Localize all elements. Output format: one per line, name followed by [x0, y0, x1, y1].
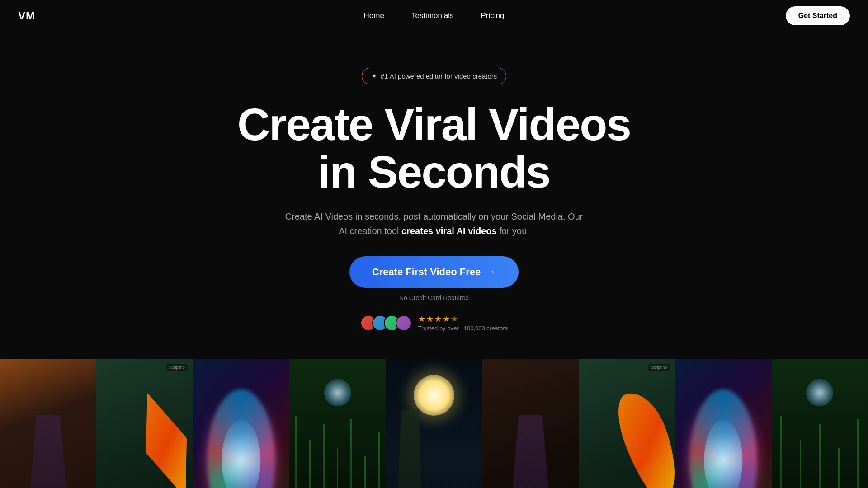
video-card-7[interactable]: Scriptino BRIGHT. LIVES A PARROT WITH Pa…: [579, 359, 675, 488]
stars-trust: ★ ★ ★ ★ ★ Trusted by over +100,000 creat…: [418, 314, 508, 332]
trust-text: Trusted by over +100,000 creators: [418, 325, 508, 332]
nav-links: Home Testimonials Pricing: [364, 11, 505, 20]
light-9: [806, 379, 833, 406]
hero-section: ✦ #1 AI powered editor for video creator…: [0, 32, 868, 359]
trees-9: [772, 399, 868, 488]
video-card-9[interactable]: [772, 359, 868, 488]
hero-title: Create Viral Videos in Seconds: [237, 101, 631, 196]
hero-subtitle-bold: creates viral AI videos: [401, 226, 497, 236]
video-card-3[interactable]: [193, 359, 289, 488]
video-card-5[interactable]: SOCIETY KNOWN: [386, 359, 482, 488]
avatar-group: [360, 315, 412, 331]
video-card-1[interactable]: FOREST, BRIGHT. LIVES A PARROT WITH PaRR…: [0, 359, 96, 488]
badge-icon: ✦: [371, 72, 377, 80]
badge-text: #1 AI powered editor for video creators: [381, 72, 497, 80]
no-credit-card-text: No Credit Card Required: [399, 294, 469, 301]
star-4: ★: [443, 314, 450, 324]
logo: VM: [18, 9, 35, 22]
video-card-8[interactable]: WEIRD MOVIES IN: [675, 359, 771, 488]
watermark-7: Scriptino: [648, 364, 670, 371]
avatar-4: [396, 315, 412, 331]
star-3: ★: [434, 314, 442, 324]
watermark-2: Scriptino: [166, 364, 188, 371]
video-card-2[interactable]: Scriptino WEIRD MOVIES IN BRIGHT. LIVES …: [96, 359, 193, 488]
nav-home[interactable]: Home: [364, 11, 384, 20]
bird-shape-7: [609, 385, 675, 488]
card-figure-6: [487, 389, 574, 488]
navbar: VM Home Testimonials Pricing Get Started: [0, 0, 868, 32]
star-5-half: ★: [451, 314, 458, 324]
hero-subtitle: Create AI Videos in seconds, post automa…: [280, 209, 588, 238]
video-card-4[interactable]: [289, 359, 386, 488]
hero-title-line1: Create Viral Videos: [237, 99, 631, 150]
light-4: [324, 379, 351, 406]
hero-cta-arrow: →: [486, 266, 496, 278]
nav-testimonials[interactable]: Testimonials: [411, 11, 454, 20]
social-proof: ★ ★ ★ ★ ★ Trusted by over +100,000 creat…: [360, 314, 508, 332]
nav-get-started-button[interactable]: Get Started: [786, 6, 850, 25]
hero-subtitle-plain2: for you.: [497, 226, 529, 236]
video-card-6[interactable]: DENSE FOREST,: [482, 359, 579, 488]
moon-5: [414, 375, 454, 416]
bird-shape-2: [127, 385, 193, 488]
nav-pricing[interactable]: Pricing: [481, 11, 504, 20]
hero-title-line2: in Seconds: [318, 146, 550, 197]
card-figure-1: [5, 389, 92, 488]
star-2: ★: [426, 314, 434, 324]
star-rating: ★ ★ ★ ★ ★: [418, 314, 458, 324]
hero-cta-button[interactable]: Create First Video Free →: [349, 256, 519, 288]
badge: ✦ #1 AI powered editor for video creator…: [362, 68, 507, 84]
hero-cta-label: Create First Video Free: [372, 266, 481, 278]
video-grid: FOREST, BRIGHT. LIVES A PARROT WITH PaRR…: [0, 359, 868, 488]
trees-4: [289, 399, 386, 488]
star-1: ★: [418, 314, 425, 324]
